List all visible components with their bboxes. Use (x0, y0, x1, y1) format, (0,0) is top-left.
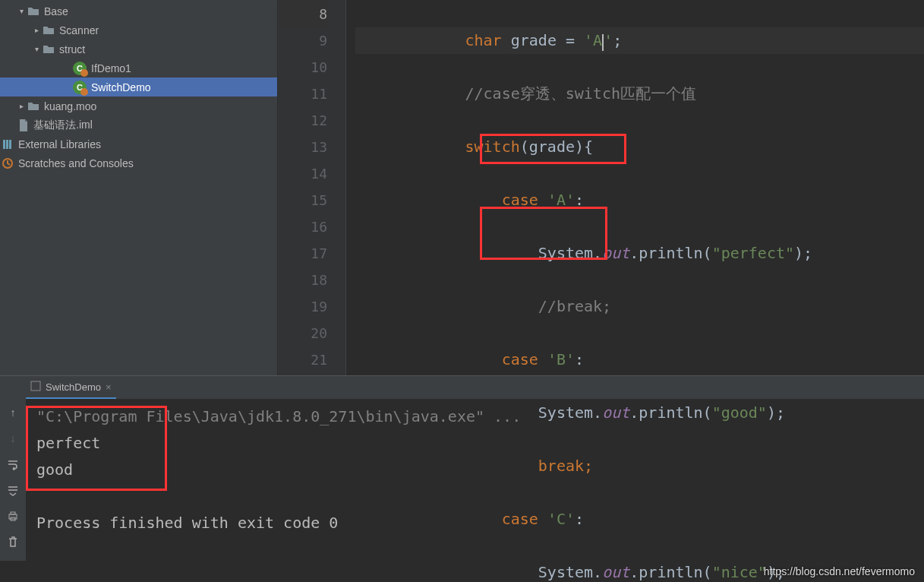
code-content[interactable]: char grade = 'A'; //case穿透、switch匹配一个值 s… (346, 0, 924, 375)
line-number: 20 (278, 320, 327, 346)
tree-label: kuang.moo (44, 100, 96, 112)
folder-icon (43, 44, 55, 55)
svg-rect-4 (31, 381, 40, 391)
console-toolbar: ↑ ↓ (0, 399, 26, 561)
line-number: 15 (278, 187, 327, 214)
editor-area[interactable]: 8 9 10 11 12 13 14 15 16 17 18 19 20 21 … (278, 0, 924, 375)
line-number: 16 (278, 214, 327, 240)
line-number: 17 (278, 240, 327, 267)
java-class-icon: C (73, 62, 87, 75)
code-line[interactable]: System.out.println("perfect"); (355, 240, 924, 267)
console-command: "C:\Program Files\Java\jdk1.8.0_271\bin\… (36, 403, 913, 430)
tree-file-ifdemo[interactable]: C IfDemo1 (0, 59, 277, 77)
svg-rect-1 (6, 140, 8, 149)
code-line[interactable]: case 'B': (355, 346, 924, 373)
line-number: 21 (278, 346, 327, 373)
print-icon[interactable] (5, 508, 20, 523)
tree-external-libraries[interactable]: External Libraries (0, 134, 277, 153)
scroll-down-icon[interactable]: ↓ (5, 431, 20, 446)
tree-folder-base[interactable]: ▾ Base (0, 2, 277, 21)
code-line[interactable]: //break; (355, 293, 924, 320)
line-number: 13 (278, 134, 327, 160)
chevron-down-icon: ▾ (30, 45, 43, 53)
code-line[interactable]: char grade = 'A'; (355, 27, 924, 54)
console-line: perfect (36, 430, 913, 457)
line-number: 14 (278, 160, 327, 187)
soft-wrap-icon[interactable] (5, 457, 20, 472)
folder-icon (27, 101, 39, 112)
tree-label: SwitchDemo (91, 81, 151, 93)
chevron-down-icon: ▾ (15, 7, 27, 15)
code-line[interactable]: case 'A': (355, 187, 924, 214)
tree-folder-kuang[interactable]: ▸ kuang.moo (0, 96, 277, 115)
tree-folder-scanner[interactable]: ▸ Scanner (0, 21, 277, 40)
svg-rect-0 (3, 140, 5, 149)
scratches-icon (2, 157, 14, 169)
console-tab[interactable]: SwitchDemo × (26, 376, 116, 399)
project-tree-sidebar[interactable]: ▾ Base ▸ Scanner ▾ struct C IfDemo1 (0, 0, 278, 375)
line-number: 11 (278, 81, 327, 107)
svg-rect-2 (9, 140, 11, 149)
watermark: https://blog.csdn.net/fevermomo (764, 565, 915, 577)
trash-icon[interactable] (5, 534, 20, 549)
line-gutter: 8 9 10 11 12 13 14 15 16 17 18 19 20 21 (278, 0, 346, 375)
tree-label: External Libraries (18, 138, 101, 150)
line-number: 10 (278, 54, 327, 81)
console-line: good (36, 457, 913, 483)
console-body: ↑ ↓ "C:\Program Files\Java\jdk1.8.0_271\… (0, 399, 924, 561)
folder-icon (43, 25, 55, 36)
scroll-up-icon[interactable]: ↑ (5, 405, 20, 420)
code-line[interactable]: //case穿透、switch匹配一个值 (355, 81, 924, 107)
tree-file-switchdemo[interactable]: C SwitchDemo (0, 77, 277, 96)
tree-label: IfDemo1 (91, 62, 131, 74)
line-number: 12 (278, 107, 327, 134)
tree-label: struct (59, 43, 85, 55)
line-number: 8 (278, 1, 327, 27)
tree-label: 基础语法.iml (33, 119, 93, 132)
folder-icon (27, 6, 39, 17)
console-tab-label: SwitchDemo (46, 381, 101, 393)
library-icon (2, 138, 14, 150)
tree-file-iml[interactable]: 基础语法.iml (0, 115, 277, 134)
code-line[interactable]: switch(grade){ (355, 134, 924, 160)
console-area: SwitchDemo × ↑ ↓ "C:\Program Files\Java\… (0, 375, 924, 582)
line-number: 9 (278, 27, 327, 54)
scroll-to-end-icon[interactable] (5, 482, 20, 498)
tree-label: Scratches and Consoles (18, 157, 134, 169)
line-number: 19 (278, 293, 327, 320)
tree-scratches[interactable]: Scratches and Consoles (0, 153, 277, 172)
line-number: 18 (278, 267, 327, 293)
tree-label: Base (44, 5, 68, 17)
svg-rect-6 (11, 512, 15, 514)
chevron-right-icon: ▸ (30, 26, 43, 34)
chevron-right-icon: ▸ (15, 102, 27, 110)
close-icon[interactable]: × (106, 381, 112, 393)
console-output[interactable]: "C:\Program Files\Java\jdk1.8.0_271\bin\… (26, 399, 924, 561)
console-exit: Process finished with exit code 0 (36, 510, 913, 536)
tree-label: Scanner (59, 24, 99, 36)
file-icon (18, 119, 29, 131)
java-class-icon: C (73, 81, 87, 94)
caret (602, 34, 604, 51)
tree-folder-struct[interactable]: ▾ struct (0, 40, 277, 59)
run-config-icon (30, 381, 41, 394)
main-area: ▾ Base ▸ Scanner ▾ struct C IfDemo1 (0, 0, 924, 375)
